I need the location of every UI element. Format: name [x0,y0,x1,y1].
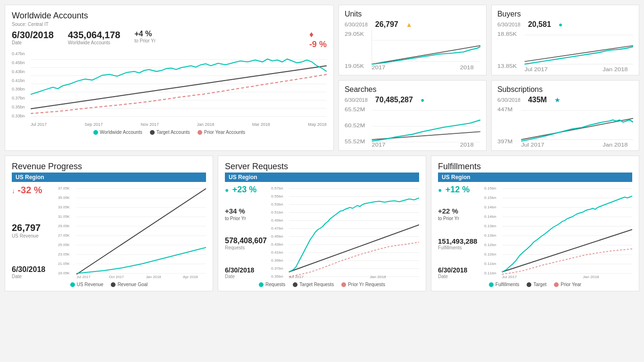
searches-indicator: ● [421,96,424,104]
legend-us-revenue: US Revenue [70,282,104,287]
svg-text:0.11bn: 0.11bn [484,271,496,275]
subscriptions-svg: 447M 397M Jul 2017 Jan 2018 [497,105,633,148]
units-date: 6/30/2018 [345,22,368,27]
svg-text:Jan 2018: Jan 2018 [603,66,627,72]
buyers-chart: 18.85K 13.85K Jul 2017 Jan 2018 [497,30,633,72]
server-card: Server Requests US Region ● +23 % +34 % … [218,156,426,291]
svg-text:37.05K: 37.05K [58,186,70,190]
worldwide-pct-pos: +4 % [134,30,156,38]
legend-teal-dot [70,282,75,287]
searches-card: Searches 6/30/2018 70,485,287 ● 65.52M 6… [339,80,487,151]
revenue-legend: US Revenue Revenue Goal [12,282,206,287]
subscriptions-value: 435M [528,96,547,104]
fulfillments-prior-block: +22 % to Prior Yr [438,207,480,221]
buyers-title: Buyers [497,10,633,18]
svg-text:0.57bn: 0.57bn [271,186,283,190]
legend-target-accounts: Target Accounts [150,130,190,135]
svg-text:23.05K: 23.05K [58,252,70,256]
worldwide-meta: 6/30/2018 Date 435,064,178 Worldwide Acc… [12,30,327,49]
server-pct-prior-label: to Prior Yr [225,216,267,221]
svg-text:0.55bn: 0.55bn [271,194,283,198]
top-row: Worldwide Accounts Souce: Central IT 6/3… [5,5,639,151]
svg-text:Oct 2017: Oct 2017 [109,275,124,279]
svg-text:2018: 2018 [460,65,474,70]
buyers-meta: 6/30/2018 20,581 ● [497,20,633,29]
legend-prior-yr-requests: Prior Yr Requests [341,282,385,287]
server-pct-circle-block: ● +23 % [225,185,267,195]
subscriptions-chart: 447M 397M Jul 2017 Jan 2018 [497,105,633,148]
fulfillments-card: Fulfillments US Region ● +12 % +22 % to … [431,156,639,291]
worldwide-date-block: 6/30/2018 Date [12,30,54,45]
server-svg: 0.57bn 0.55bn 0.53bn 0.51bn 0.49bn 0.47b… [271,185,419,279]
dashboard: Worldwide Accounts Souce: Central IT 6/3… [5,5,639,291]
server-legend: Requests Target Requests Prior Yr Reques… [225,282,419,287]
worldwide-x-axis: Jul 2017 Sep 2017 Nov 2017 Jan 2018 Mar … [31,122,327,127]
searches-meta: 6/30/2018 70,485,287 ● [345,96,480,104]
svg-text:0.35bn: 0.35bn [271,274,283,279]
svg-text:55.52M: 55.52M [345,139,365,144]
svg-text:0.12bn: 0.12bn [484,252,496,256]
revenue-date-block: 6/30/2018 Date [12,262,54,279]
svg-text:21.05K: 21.05K [58,262,70,266]
svg-line-37 [521,118,633,140]
svg-text:0.41bn: 0.41bn [271,250,283,255]
middle-panel: Units 6/30/2018 26,797 ▲ 29.05K 19.05K [339,5,487,151]
fulfillments-chart: 0.15bn 0.15bn 0.14bn 0.14bn 0.13bn 0.13b… [484,185,632,279]
fulfillments-stats: ● +12 % +22 % to Prior Yr 151,493,288 Fu… [438,185,480,279]
server-date: 6/30/2018 [225,266,267,274]
revenue-stats: ↓ -32 % 26,797 US Revenue 6/30/2018 Date [12,185,54,279]
legend-red-dot [554,282,559,287]
svg-text:0.45bn: 0.45bn [271,234,283,239]
worldwide-date: 6/30/2018 [12,30,54,40]
subscriptions-title: Subscriptions [497,85,633,94]
units-chart: 29.05K 19.05K 2017 2018 [345,30,480,72]
fulfillments-inner: ● +12 % +22 % to Prior Yr 151,493,288 Fu… [438,185,632,279]
svg-text:29.05K: 29.05K [345,32,364,37]
units-card: Units 6/30/2018 26,797 ▲ 29.05K 19.05K [339,5,487,75]
svg-text:19.05K: 19.05K [58,271,70,275]
worldwide-value-block: 435,064,178 Worldwide Accounts [68,30,120,45]
svg-line-30 [525,46,633,62]
svg-text:447M: 447M [497,107,512,112]
svg-text:Jan 2018: Jan 2018 [603,142,627,147]
worldwide-chart-svg [31,51,327,118]
revenue-region: US Region [12,173,206,182]
svg-text:Jan 2018: Jan 2018 [146,275,161,279]
worldwide-card: Worldwide Accounts Souce: Central IT 6/3… [5,5,334,151]
worldwide-pct-pos-block: +4 % to Prior Yr [134,30,156,43]
legend-fulfillments: Fulfillments [489,282,520,287]
svg-text:65.52M: 65.52M [345,107,365,112]
server-value-label: Requests [225,245,267,250]
svg-text:0.37bn: 0.37bn [271,266,283,271]
svg-text:2017: 2017 [372,142,386,147]
svg-text:Jul 2017: Jul 2017 [525,66,548,72]
fulfillments-pct-circle-block: ● +12 % [438,185,480,195]
svg-text:0.51bn: 0.51bn [271,210,283,214]
svg-text:0.47bn: 0.47bn [271,226,283,230]
worldwide-y-axis: 0.47bn 0.45bn 0.43bn 0.41bn 0.39bn 0.37b… [12,51,30,118]
units-meta: 6/30/2018 26,797 ▲ [345,20,480,29]
searches-title: Searches [345,85,480,94]
svg-text:0.53bn: 0.53bn [271,202,283,206]
svg-text:Jul 2017: Jul 2017 [289,275,304,279]
searches-value: 70,485,287 [375,96,413,104]
svg-text:Apr 2018: Apr 2018 [183,275,198,279]
legend-target-requests: Target Requests [293,282,334,287]
fulfillments-pct-circle: +12 % [446,185,470,194]
svg-text:Jan 2018: Jan 2018 [583,275,599,279]
server-prior-block: +34 % to Prior Yr [225,207,267,221]
svg-text:397M: 397M [497,139,512,144]
server-title: Server Requests [225,162,419,172]
subscriptions-date: 6/30/2018 [497,97,520,103]
svg-line-89 [289,225,419,272]
right-panel: Buyers 6/30/2018 20,581 ● 18.85K 13.85K [491,5,639,151]
legend-worldwide-accounts: Worldwide Accounts [93,130,142,135]
server-inner: ● +23 % +34 % to Prior Yr 578,408,607 Re… [225,185,419,279]
revenue-value: 26,797 [12,222,54,233]
svg-text:2017: 2017 [372,65,386,70]
server-region: US Region [225,173,419,182]
units-title: Units [345,10,480,18]
worldwide-value-label: Worldwide Accounts [68,40,120,45]
server-date-block: 6/30/2018 Date [225,263,267,279]
buyers-svg: 18.85K 13.85K Jul 2017 Jan 2018 [497,30,633,72]
